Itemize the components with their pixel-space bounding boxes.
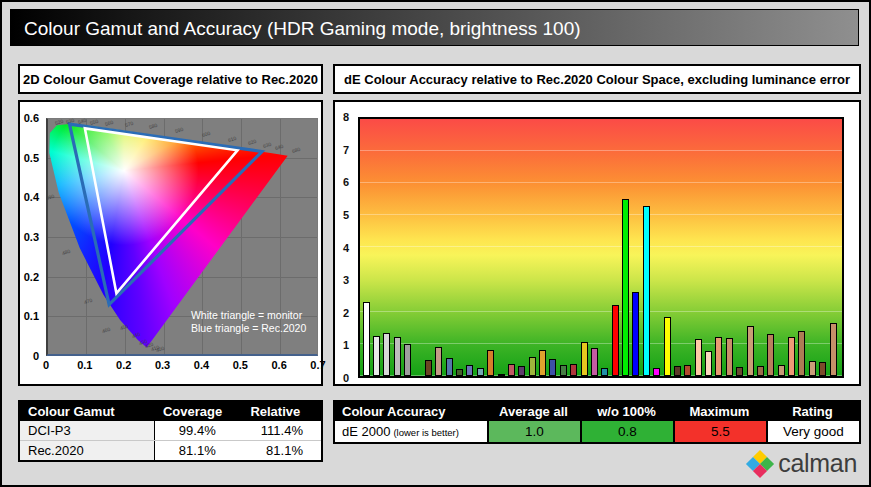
gamut-label: Rec.2020: [20, 441, 155, 460]
cie-y-tick-label: 0.4: [24, 191, 39, 203]
de-bar: [373, 336, 380, 376]
gamut-table-header-coverage: Coverage: [155, 404, 239, 419]
de-bar: [477, 368, 484, 376]
de-bar: [549, 359, 556, 376]
de-plot: [358, 117, 844, 378]
cie-y-tick-label: 0.2: [24, 271, 39, 283]
de-bar: [425, 360, 432, 376]
de-y-tick-label: 4: [343, 242, 349, 254]
cie-y-tick-label: 0.1: [24, 310, 39, 322]
accuracy-wo100-value: 0.8: [580, 421, 673, 442]
gamut-chart-panel: 00.10.20.30.40.50.6 White triangle = mon…: [18, 100, 323, 386]
gamut-coverage-value: 81.1%: [155, 443, 239, 458]
annotation-line-monitor: White triangle = monitor: [191, 309, 306, 322]
gamut-table: Colour Gamut Coverage Relative DCI-P3 99…: [18, 400, 323, 462]
calman-wordmark: calman: [778, 449, 857, 478]
cie-x-tick-label: 0.1: [77, 359, 92, 371]
gamut-chart-header: 2D Colour Gamut Coverage relative to Rec…: [18, 64, 323, 94]
de-bar: [508, 364, 515, 376]
cie-y-tick-label: 0: [33, 350, 39, 362]
calman-logo: calman: [748, 449, 857, 478]
accuracy-rating-value: Very good: [766, 421, 859, 442]
de-bar: [601, 368, 608, 376]
de-bar: [788, 337, 795, 376]
de-bar: [695, 339, 702, 376]
accuracy-header-average: Average all: [487, 402, 580, 421]
de-y-axis: 012345678: [335, 117, 354, 378]
de-bar: [612, 305, 619, 376]
de-bar: [529, 357, 536, 376]
gamut-table-header-relative: Relative: [240, 404, 321, 419]
de-bar: [498, 374, 505, 376]
cie-x-tick-label: 0: [43, 359, 49, 371]
de-bar: [404, 344, 411, 376]
de-bar: [653, 368, 660, 376]
gamut-relative-value: 111.4%: [240, 423, 321, 438]
de-bar: [674, 366, 681, 376]
de-bar: [809, 361, 816, 376]
de-bar: [622, 199, 629, 376]
accuracy-header-name: Colour Accuracy: [335, 404, 487, 419]
de-bar: [736, 367, 743, 376]
de-y-tick-label: 2: [343, 307, 349, 319]
accuracy-chart-header: dE Colour Accuracy relative to Rec.2020 …: [333, 64, 861, 94]
de-bar: [830, 323, 837, 376]
de-y-tick-label: 1: [343, 339, 349, 351]
de-bar: [591, 348, 598, 376]
de-bar: [518, 366, 525, 376]
de-y-tick-label: 5: [343, 209, 349, 221]
de-bar: [539, 350, 546, 376]
gamut-coverage-value: 99.4%: [155, 423, 239, 438]
gamut-label: DCI-P3: [20, 421, 155, 440]
gamut-legend-annotation: White triangle = monitor Blue triangle =…: [191, 309, 306, 335]
de-bar: [819, 362, 826, 376]
rec2020-triangle: [70, 124, 263, 305]
de-bar: [394, 337, 401, 376]
de-bar: [435, 347, 442, 376]
de-bar: [632, 292, 639, 376]
de-bar: [778, 365, 785, 376]
cie-y-axis: 00.10.20.30.40.50.6: [20, 118, 43, 356]
gamut-relative-value: 81.1%: [240, 443, 321, 458]
gamut-table-header-name: Colour Gamut: [20, 404, 155, 419]
accuracy-header-rating: Rating: [766, 402, 859, 421]
cie-x-tick-label: 0.5: [233, 359, 248, 371]
accuracy-header-wo100: w/o 100%: [580, 402, 673, 421]
accuracy-maximum-value: 5.5: [673, 421, 766, 442]
cie-x-tick-label: 0.6: [271, 359, 286, 371]
accuracy-row-label: dE 2000(lower is better): [335, 424, 487, 439]
cie-x-tick-label: 0.4: [194, 359, 209, 371]
de-bar: [560, 365, 567, 376]
calman-diamond-icon: [748, 452, 772, 476]
cie-x-tick-label: 0.7: [310, 359, 325, 371]
cie-y-tick-label: 0.6: [24, 112, 39, 124]
de-y-tick-label: 6: [343, 176, 349, 188]
cie-y-tick-label: 0.5: [24, 152, 39, 164]
page-title: Colour Gamut and Accuracy (HDR Gaming mo…: [10, 9, 859, 46]
de-bar: [383, 333, 390, 376]
de-bar: [684, 365, 691, 376]
de-bar: [767, 334, 774, 376]
accuracy-table-header-row: Colour Accuracy Average all w/o 100% Max…: [335, 402, 859, 421]
de-bar: [664, 317, 671, 376]
de-bar: [363, 302, 370, 376]
de-bar: [757, 366, 764, 376]
report-page: Colour Gamut and Accuracy (HDR Gaming mo…: [0, 0, 871, 487]
monitor-triangle: [85, 128, 238, 293]
annotation-line-rec2020: Blue triangle = Rec.2020: [191, 322, 306, 335]
accuracy-chart-panel: 012345678: [333, 100, 861, 386]
gamut-row-rec2020: Rec.2020 81.1% 81.1%: [20, 440, 321, 460]
accuracy-average-value: 1.0: [487, 421, 580, 442]
de-bar: [456, 369, 463, 376]
accuracy-data-row: dE 2000(lower is better) 1.0 0.8 5.5 Ver…: [335, 421, 859, 442]
de-bar: [705, 351, 712, 376]
accuracy-table: Colour Accuracy Average all w/o 100% Max…: [333, 400, 861, 444]
de-bar: [487, 350, 494, 376]
de-bar: [581, 342, 588, 376]
de-bar: [446, 358, 453, 376]
de-bar: [726, 338, 733, 376]
cie-y-tick-label: 0.3: [24, 231, 39, 243]
de-bar: [715, 337, 722, 376]
cie-x-axis: 00.10.20.30.40.50.60.7: [46, 359, 318, 373]
de2000-label: dE 2000: [342, 424, 390, 439]
